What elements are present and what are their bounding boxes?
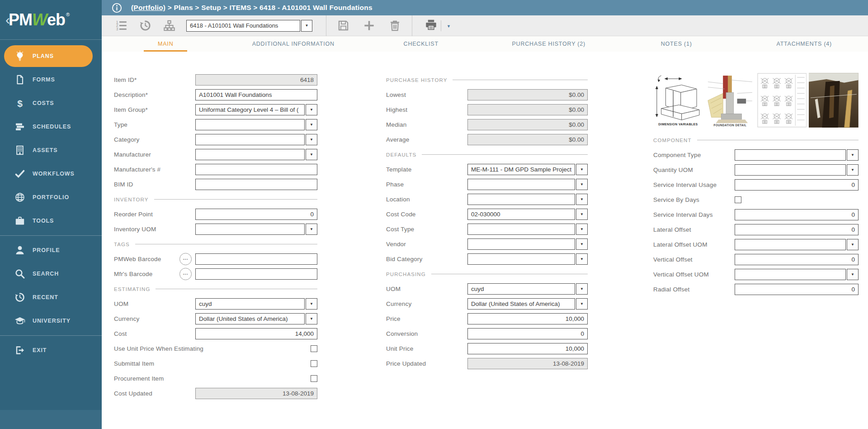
estimating-uom-dropdown-button[interactable]: ▼ xyxy=(306,298,317,310)
field-cell xyxy=(467,313,588,324)
use-unit-price-when-estimating-checkbox[interactable] xyxy=(311,345,317,352)
lateral-offset-uom-dropdown-button[interactable]: ▼ xyxy=(847,239,859,250)
phase-dropdown-button[interactable]: ▼ xyxy=(576,179,588,190)
vertical-offset-uom-select[interactable]: ▼ xyxy=(735,269,859,280)
sidebar-item-workflows[interactable]: WORKFLOWS xyxy=(4,163,93,185)
breadcrumb-portfolio-link[interactable]: (Portfolio) xyxy=(131,4,165,11)
vendor-dropdown-button[interactable]: ▼ xyxy=(576,238,588,250)
attachment-thumbnail-excavation-photo[interactable] xyxy=(809,72,859,128)
bid-category-select[interactable]: ▼ xyxy=(467,253,588,265)
inventory-uom-dropdown-button[interactable]: ▼ xyxy=(306,224,317,235)
sidebar-item-profile[interactable]: PROFILE xyxy=(4,239,93,261)
sidebar-item-assets[interactable]: ASSETS xyxy=(4,139,93,161)
service-interval-usage-input[interactable] xyxy=(735,179,859,191)
history-button[interactable] xyxy=(139,19,151,32)
location-dropdown-button[interactable]: ▼ xyxy=(576,194,588,205)
purchasing-uom-dropdown-button[interactable]: ▼ xyxy=(576,283,588,295)
template-dropdown-button[interactable]: ▼ xyxy=(576,164,588,175)
estimating-uom-select[interactable]: ▼ xyxy=(195,298,317,310)
manufacturer-select[interactable]: ▼ xyxy=(195,149,317,160)
quantity-uom-select[interactable]: ▼ xyxy=(735,164,859,176)
attachment-thumbnail-rebar-details[interactable] xyxy=(757,72,807,128)
vertical-offset-uom-dropdown-button[interactable]: ▼ xyxy=(847,269,859,280)
sidebar-item-schedules[interactable]: SCHEDULES xyxy=(4,116,93,138)
component-type-select[interactable]: ▼ xyxy=(735,149,859,161)
quantity-uom-dropdown-button[interactable]: ▼ xyxy=(847,164,859,176)
bim-id-input[interactable] xyxy=(195,179,317,190)
cost-type-select[interactable]: ▼ xyxy=(467,224,588,235)
unit-price-input[interactable] xyxy=(467,343,588,354)
location-select[interactable]: ▼ xyxy=(467,194,588,205)
sidebar-item-exit[interactable]: EXIT xyxy=(4,339,93,361)
category-select[interactable]: ▼ xyxy=(195,134,317,145)
inventory-uom-select[interactable]: ▼ xyxy=(195,224,317,235)
cost-code-dropdown-button[interactable]: ▼ xyxy=(576,209,588,220)
cost-code-select[interactable]: ▼ xyxy=(467,209,588,220)
phase-select[interactable]: ▼ xyxy=(467,179,588,190)
category-dropdown-button[interactable]: ▼ xyxy=(306,134,317,145)
cost-type-dropdown-button[interactable]: ▼ xyxy=(576,224,588,235)
item-group-select[interactable]: ▼ xyxy=(195,104,317,115)
attachment-thumbnail-dimension-variables[interactable]: DIMENSION VARIABLES xyxy=(653,72,703,128)
bid-category-dropdown-button[interactable]: ▼ xyxy=(576,253,588,265)
sidebar-item-search[interactable]: SEARCH xyxy=(4,263,93,285)
delete-button[interactable] xyxy=(389,19,401,32)
price-input[interactable] xyxy=(467,313,588,324)
sidebar-item-tools[interactable]: TOOLS xyxy=(4,210,93,232)
mfrs-barcode-input[interactable] xyxy=(195,268,317,280)
hierarchy-button[interactable] xyxy=(163,19,175,32)
component-type-dropdown-button[interactable]: ▼ xyxy=(847,149,859,161)
description-input[interactable] xyxy=(195,89,317,100)
print-menu-arrow-button[interactable]: ▼ xyxy=(445,22,453,29)
conversion-input[interactable] xyxy=(467,328,588,339)
print-button[interactable] xyxy=(425,19,437,31)
radial-offset-input[interactable] xyxy=(735,284,859,295)
template-select[interactable]: ▼ xyxy=(467,164,588,175)
item-group-dropdown-button[interactable]: ▼ xyxy=(306,104,317,115)
service-interval-days-input[interactable] xyxy=(735,209,859,220)
sidebar-item-university[interactable]: UNIVERSITY xyxy=(4,310,93,332)
pmweb-barcode-ellipsis-button[interactable]: ••• xyxy=(179,253,192,265)
cost-input[interactable] xyxy=(195,328,317,339)
tab-additional-information[interactable]: ADDITIONAL INFORMATION xyxy=(230,36,358,52)
lateral-offset-input[interactable] xyxy=(735,224,859,235)
purchasing-currency-dropdown-button[interactable]: ▼ xyxy=(576,298,588,310)
list-view-button[interactable]: 123 xyxy=(115,19,127,32)
tab-checklist[interactable]: CHECKLIST xyxy=(357,36,485,52)
info-icon[interactable] xyxy=(112,3,122,13)
logo-area[interactable]: ‹PMWeb® xyxy=(0,0,102,40)
tab-attachments-4[interactable]: ATTACHMENTS (4) xyxy=(741,36,868,52)
type-dropdown-button[interactable]: ▼ xyxy=(306,119,317,130)
sidebar-item-portfolio[interactable]: PORTFOLIO xyxy=(4,186,93,208)
type-select[interactable]: ▼ xyxy=(195,119,317,130)
vertical-offset-input[interactable] xyxy=(735,254,859,265)
attachment-thumbnail-foundation-detail[interactable]: FOUNDATION DETAIL xyxy=(705,72,755,128)
tab-purchase-history-2[interactable]: PURCHASE HISTORY (2) xyxy=(485,36,613,52)
add-button[interactable] xyxy=(363,19,375,32)
tab-main[interactable]: MAIN xyxy=(102,36,230,52)
lateral-offset-uom-select[interactable]: ▼ xyxy=(735,239,859,250)
record-selector-input[interactable] xyxy=(186,20,300,32)
purchasing-currency-select[interactable]: ▼ xyxy=(467,298,588,310)
manufacturers-number-input[interactable] xyxy=(195,164,317,175)
tab-notes-1[interactable]: NOTES (1) xyxy=(613,36,741,52)
purchasing-uom-select[interactable]: ▼ xyxy=(467,283,588,295)
submittal-item-checkbox[interactable] xyxy=(311,360,317,367)
pmweb-barcode-input[interactable] xyxy=(195,253,317,265)
service-by-days-checkbox[interactable] xyxy=(735,196,741,203)
record-selector-dropdown-button[interactable]: ▼ xyxy=(301,20,312,32)
manufacturer-dropdown-button[interactable]: ▼ xyxy=(306,149,317,160)
sidebar-item-recent[interactable]: RECENT xyxy=(4,286,93,308)
field-cell xyxy=(467,89,588,100)
estimating-currency-select[interactable]: ▼ xyxy=(195,313,317,324)
mfrs-barcode-ellipsis-button[interactable]: ••• xyxy=(179,268,192,280)
estimating-currency-dropdown-button[interactable]: ▼ xyxy=(306,313,317,324)
sidebar-item-forms[interactable]: FORMS xyxy=(4,69,93,91)
sidebar-item-costs[interactable]: $COSTS xyxy=(4,92,93,114)
label-wrap: Service By Days xyxy=(653,196,735,203)
procurement-item-checkbox[interactable] xyxy=(311,375,317,382)
vendor-select[interactable]: ▼ xyxy=(467,238,588,250)
reorder-point-input[interactable] xyxy=(195,209,317,220)
sidebar-item-plans[interactable]: PLANS xyxy=(4,45,93,67)
save-button[interactable] xyxy=(337,19,349,32)
